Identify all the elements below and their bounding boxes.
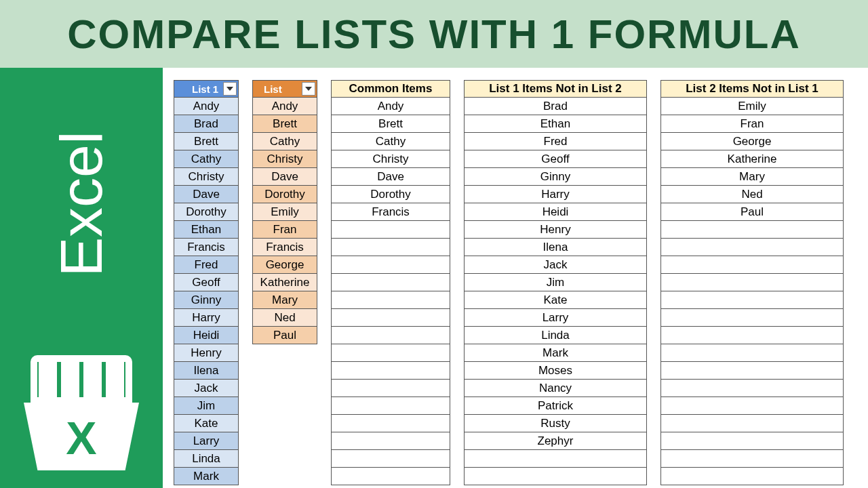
table-cell[interactable]	[660, 274, 844, 291]
table-cell[interactable]: Zephyr	[464, 432, 647, 450]
table-cell[interactable]	[331, 291, 450, 309]
table-cell[interactable]	[331, 450, 450, 468]
table-cell[interactable]	[660, 221, 844, 239]
table-cell[interactable]	[331, 468, 450, 485]
table-cell[interactable]: Andy	[252, 98, 317, 115]
table-cell[interactable]: Jack	[174, 380, 239, 397]
table-cell[interactable]	[331, 256, 450, 274]
table-cell[interactable]: Rusty	[464, 415, 647, 432]
table-cell[interactable]	[660, 432, 844, 450]
table-cell[interactable]: Nancy	[464, 380, 647, 397]
table-cell[interactable]	[660, 327, 844, 344]
table-cell[interactable]: Ned	[252, 309, 317, 327]
table-cell[interactable]	[464, 468, 647, 485]
table-cell[interactable]: Fred	[464, 133, 647, 150]
table-cell[interactable]	[660, 362, 844, 380]
table-cell[interactable]: Francis	[252, 239, 317, 256]
table-cell[interactable]: Emily	[252, 203, 317, 221]
table-cell[interactable]: Brett	[174, 133, 239, 150]
table-cell[interactable]	[660, 380, 844, 397]
table-cell[interactable]: Emily	[660, 98, 844, 115]
table-cell[interactable]: Henry	[464, 221, 647, 239]
table-cell[interactable]: Fran	[252, 221, 317, 239]
table-cell[interactable]	[660, 415, 844, 432]
table-cell[interactable]: Fran	[660, 115, 844, 133]
table-cell[interactable]: Andy	[331, 98, 450, 115]
table-cell[interactable]: Fred	[174, 256, 239, 274]
table-cell[interactable]: Cathy	[331, 133, 450, 150]
table-cell[interactable]: George	[660, 133, 844, 150]
table-cell[interactable]	[331, 239, 450, 256]
table-cell[interactable]: Mark	[464, 344, 647, 362]
table-cell[interactable]: Christy	[331, 150, 450, 168]
table-cell[interactable]: Paul	[660, 203, 844, 221]
table-cell[interactable]: Brett	[252, 115, 317, 133]
table-cell[interactable]: Dave	[174, 186, 239, 203]
table-cell[interactable]: Linda	[174, 450, 239, 468]
table-cell[interactable]: Christy	[174, 168, 239, 186]
table-cell[interactable]: Dave	[331, 168, 450, 186]
table-cell[interactable]: Katherine	[660, 150, 844, 168]
table-cell[interactable]	[331, 397, 450, 415]
table-cell[interactable]: Ethan	[174, 221, 239, 239]
table-cell[interactable]: Francis	[174, 239, 239, 256]
table-cell[interactable]: Kate	[464, 291, 647, 309]
table-cell[interactable]: Ethan	[464, 115, 647, 133]
table-cell[interactable]: Paul	[252, 327, 317, 344]
table-cell[interactable]	[331, 344, 450, 362]
table-cell[interactable]	[660, 309, 844, 327]
table-cell[interactable]	[660, 291, 844, 309]
table-cell[interactable]: Dorothy	[174, 203, 239, 221]
table-cell[interactable]: Brad	[464, 98, 647, 115]
table-cell[interactable]: Ilena	[174, 362, 239, 380]
table-cell[interactable]	[464, 450, 647, 468]
table-cell[interactable]	[331, 274, 450, 291]
table-cell[interactable]: Ginny	[174, 291, 239, 309]
table-cell[interactable]: Mark	[174, 468, 239, 485]
table-cell[interactable]: George	[252, 256, 317, 274]
table-cell[interactable]: Kate	[174, 415, 239, 432]
table-cell[interactable]: Mary	[660, 168, 844, 186]
table-cell[interactable]	[331, 221, 450, 239]
table-cell[interactable]: Ilena	[464, 239, 647, 256]
table-cell[interactable]: Harry	[174, 309, 239, 327]
table-cell[interactable]	[331, 432, 450, 450]
table-cell[interactable]: Ned	[660, 186, 844, 203]
table-cell[interactable]: Henry	[174, 344, 239, 362]
table-cell[interactable]: Christy	[252, 150, 317, 168]
table-cell[interactable]	[660, 468, 844, 485]
table-cell[interactable]	[660, 344, 844, 362]
table-cell[interactable]: Jack	[464, 256, 647, 274]
filter-dropdown-icon[interactable]	[223, 82, 237, 96]
table-cell[interactable]: Francis	[331, 203, 450, 221]
table-cell[interactable]: Larry	[464, 309, 647, 327]
table-cell[interactable]: Heidi	[174, 327, 239, 344]
table-cell[interactable]	[331, 415, 450, 432]
table-cell[interactable]: Cathy	[252, 133, 317, 150]
filter-dropdown-icon[interactable]	[302, 82, 315, 96]
table-cell[interactable]: Dorothy	[331, 186, 450, 203]
table-cell[interactable]: Heidi	[464, 203, 647, 221]
list1-header[interactable]: List 1	[174, 80, 239, 98]
table-cell[interactable]: Jim	[174, 397, 239, 415]
table-cell[interactable]: Geoff	[464, 150, 647, 168]
table-cell[interactable]	[660, 397, 844, 415]
table-cell[interactable]: Dave	[252, 168, 317, 186]
table-cell[interactable]: Dorothy	[252, 186, 317, 203]
table-cell[interactable]: Brett	[331, 115, 450, 133]
table-cell[interactable]: Moses	[464, 362, 647, 380]
table-cell[interactable]: Andy	[174, 98, 239, 115]
table-cell[interactable]: Linda	[464, 327, 647, 344]
table-cell[interactable]: Harry	[464, 186, 647, 203]
table-cell[interactable]: Mary	[252, 291, 317, 309]
table-cell[interactable]	[660, 239, 844, 256]
table-cell[interactable]	[660, 450, 844, 468]
table-cell[interactable]: Cathy	[174, 150, 239, 168]
table-cell[interactable]: Ginny	[464, 168, 647, 186]
table-cell[interactable]: Brad	[174, 115, 239, 133]
table-cell[interactable]	[331, 362, 450, 380]
table-cell[interactable]: Patrick	[464, 397, 647, 415]
table-cell[interactable]	[331, 309, 450, 327]
table-cell[interactable]: Geoff	[174, 274, 239, 291]
list2-header[interactable]: List	[252, 80, 317, 98]
